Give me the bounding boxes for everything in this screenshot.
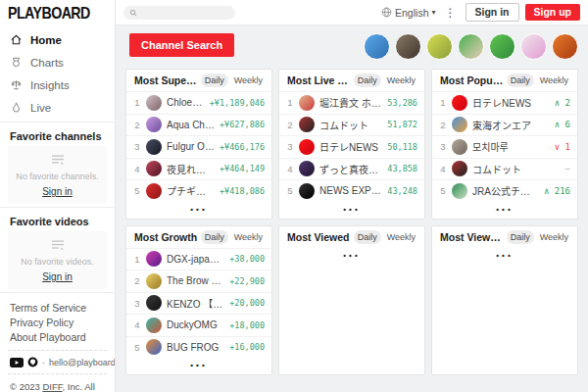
about-playboard-link[interactable]: About Playboard — [10, 329, 105, 344]
sign-in-link[interactable]: Sign in — [42, 271, 73, 282]
tab-weekly[interactable]: Weekly — [383, 74, 419, 87]
metric-value: 50,118 — [387, 142, 417, 152]
kebab-menu-icon[interactable]: ⋮ — [442, 6, 460, 20]
youtube-icon[interactable] — [10, 358, 24, 368]
channel-avatar[interactable] — [520, 33, 547, 60]
list-item[interactable]: 1DGX-japan…+38,000 — [126, 248, 271, 270]
chevron-down-icon: ▾ — [431, 8, 435, 17]
language-selector[interactable]: English ▾ — [381, 7, 435, 19]
rank-change: ∧ 216 — [544, 186, 570, 196]
list-icon — [49, 154, 67, 166]
sidebar-item-home[interactable]: Home — [0, 28, 115, 51]
list-item[interactable]: 1堀江貴文 ホ…53,286 — [279, 91, 424, 114]
channel-avatar — [146, 295, 162, 311]
list-item[interactable]: 4夜見れな/y…+¥464,149 — [126, 158, 271, 180]
tab-daily[interactable]: Daily — [354, 230, 381, 244]
channel-avatar — [299, 183, 315, 199]
list-item[interactable]: 5JRA公式チャンネル∧ 216 — [432, 179, 577, 202]
channel-avatar — [299, 117, 315, 132]
channel-name: プチギレ瓦… — [167, 183, 215, 198]
sign-in-button[interactable]: Sign in — [466, 3, 519, 23]
channel-avatar — [299, 161, 315, 176]
search-bar[interactable] — [123, 6, 235, 20]
tab-weekly[interactable]: Weekly — [230, 74, 267, 87]
tab-weekly[interactable]: Weekly — [230, 230, 267, 244]
rank-number: 2 — [133, 275, 141, 286]
list-item[interactable]: 3KENZO 【…+20,000 — [126, 292, 271, 315]
more-button[interactable]: ••• — [432, 202, 577, 219]
tab-daily[interactable]: Daily — [507, 230, 534, 244]
channel-name: Chloe ch. … — [167, 97, 205, 108]
more-button[interactable]: ••• — [126, 358, 271, 374]
playboard-logo[interactable]: PLAYBOARD — [8, 4, 90, 22]
more-button[interactable]: ••• — [126, 202, 271, 219]
list-item[interactable]: 4ずっと真夜…43,858 — [279, 158, 424, 180]
more-button[interactable]: ••• — [432, 248, 577, 265]
sign-in-link[interactable]: Sign in — [42, 186, 73, 197]
list-item[interactable]: 5プチギレ瓦…+¥418,086 — [126, 179, 271, 202]
panel-most-popular: Most PopularDailyWeekly1日テレNEWS∧ 22東海オンエ… — [431, 69, 578, 220]
channel-avatar — [146, 183, 162, 199]
panel-header: Most ViewedDailyWeekly — [279, 226, 424, 248]
tab-weekly[interactable]: Weekly — [383, 230, 419, 244]
tab-daily[interactable]: Daily — [507, 74, 534, 87]
sidebar-item-live[interactable]: Live — [0, 96, 115, 119]
channel-avatar[interactable] — [426, 33, 453, 60]
channel-avatar[interactable] — [458, 33, 484, 60]
contact-email-link[interactable]: hello@playboard.co — [49, 358, 116, 368]
list-item[interactable]: 3Fulgur Ovi…+¥466,176 — [126, 135, 271, 158]
list-item[interactable]: 5BUG FROG+16,000 — [126, 336, 271, 359]
tab-daily[interactable]: Daily — [201, 230, 228, 244]
list-item[interactable]: 2東海オンエア∧ 6 — [432, 114, 577, 136]
metric-value: 51,872 — [387, 120, 417, 129]
list-item[interactable]: 3모치마루∨ 1 — [432, 135, 577, 158]
language-label: English — [395, 7, 428, 19]
sidebar-item-label: Home — [30, 34, 62, 46]
favorite-channels-empty: No favorite channels. Sign in — [8, 146, 107, 204]
channel-avatar[interactable] — [364, 33, 390, 60]
rank-number: 2 — [286, 120, 294, 130]
more-button[interactable]: ••• — [279, 202, 424, 219]
channel-search-button[interactable]: Channel Search — [129, 33, 234, 57]
sidebar-item-insights[interactable]: Insights — [0, 74, 115, 96]
rank-change: ∧ 2 — [555, 98, 570, 108]
sidebar-item-charts[interactable]: Charts — [0, 51, 115, 74]
list-item[interactable]: 2Aqua Ch. …+¥627,886 — [126, 114, 271, 136]
list-item[interactable]: 4DuckyOMG+18,000 — [126, 314, 271, 336]
divider — [0, 122, 115, 122]
rank-number: 2 — [439, 120, 447, 130]
list-item[interactable]: 1日テレNEWS∧ 2 — [432, 91, 577, 114]
tab-daily[interactable]: Daily — [201, 74, 228, 87]
divider — [0, 292, 115, 293]
panel-most-super-chatted: Most Super ChattedDailyWeekly1Chloe ch. … — [125, 69, 272, 220]
list-item[interactable]: 2コムドット51,872 — [279, 114, 424, 136]
tab-weekly[interactable]: Weekly — [536, 74, 572, 87]
more-button[interactable]: ••• — [279, 248, 424, 265]
search-input[interactable] — [140, 7, 229, 18]
privacy-policy-link[interactable]: Privacy Policy — [10, 315, 105, 329]
divider — [8, 373, 107, 374]
channel-avatar — [146, 139, 162, 155]
channel-avatar[interactable] — [395, 33, 421, 60]
terms-of-service-link[interactable]: Terms of Service — [10, 300, 105, 315]
channel-avatar[interactable] — [552, 33, 578, 60]
metric-value: +¥1,189,046 — [210, 98, 265, 108]
tab-weekly[interactable]: Weekly — [536, 230, 572, 244]
channel-avatar[interactable] — [489, 33, 515, 60]
github-icon[interactable] — [27, 357, 38, 368]
channel-name: NEWS EXP… — [319, 185, 382, 196]
channel-avatar — [146, 339, 162, 355]
rank-number: 3 — [439, 141, 447, 152]
list-item[interactable]: 3日テレNEWS50,118 — [279, 135, 424, 158]
rank-number: 2 — [133, 120, 141, 130]
diff-link[interactable]: DIFF — [42, 381, 62, 392]
metric-value: +18,000 — [229, 320, 265, 330]
list-item[interactable]: 5NEWS EXP…43,248 — [279, 179, 424, 202]
sign-up-button[interactable]: Sign up — [525, 4, 581, 22]
list-item[interactable]: 2The Brow …+22,900 — [126, 270, 271, 292]
channel-name: The Brow … — [167, 275, 224, 286]
list-item[interactable]: 4コムドット– — [432, 158, 577, 180]
medal-icon — [10, 56, 23, 69]
tab-daily[interactable]: Daily — [354, 74, 381, 87]
list-item[interactable]: 1Chloe ch. …+¥1,189,046 — [126, 91, 271, 114]
